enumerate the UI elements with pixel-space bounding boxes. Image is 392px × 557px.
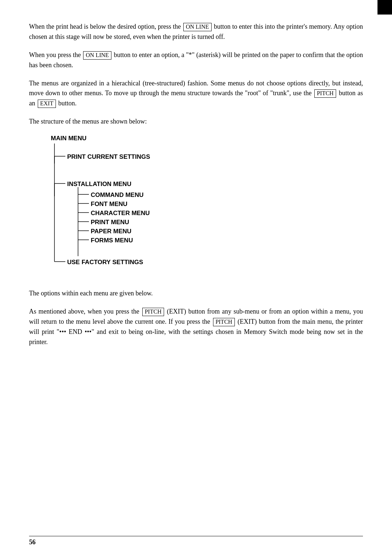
svg-text:PAPER MENU: PAPER MENU — [91, 228, 131, 235]
pitch-button-1: PITCH — [314, 89, 336, 98]
paragraph-2: When you press the ON LINE button to ent… — [29, 50, 363, 70]
p4-text: The structure of the menus are shown bel… — [29, 118, 147, 125]
exit-button-1: EXIT — [38, 100, 56, 108]
main-menu-label: MAIN MENU — [51, 135, 363, 142]
pitch-button-2: PITCH — [142, 308, 164, 316]
online-button-1: ON LINE — [183, 23, 212, 31]
paragraph-1: When the print head is below the desired… — [29, 22, 363, 42]
page-number: 56 — [29, 538, 36, 546]
svg-text:COMMAND MENU: COMMAND MENU — [91, 191, 143, 198]
svg-text:PRINT MENU: PRINT MENU — [91, 219, 129, 226]
paragraph-5: The options within each menu are given b… — [29, 288, 363, 299]
menu-tree-diagram: PRINT CURRENT SETTINGS INSTALLATION MENU… — [51, 144, 269, 278]
page: When the print head is below the desired… — [0, 0, 392, 557]
svg-text:USE FACTORY SETTINGS: USE FACTORY SETTINGS — [67, 259, 143, 266]
footer-divider — [29, 536, 363, 536]
p3-text: The menus are organized in a hierachical… — [29, 80, 363, 97]
p6-start-text: As mentioned above, when you press the — [29, 308, 139, 315]
p5-text: The options within each menu are given b… — [29, 290, 153, 297]
paragraph-3: The menus are organized in a hierachical… — [29, 78, 363, 109]
svg-text:PRINT CURRENT SETTINGS: PRINT CURRENT SETTINGS — [67, 153, 150, 160]
paragraph-6: As mentioned above, when you press the P… — [29, 307, 363, 347]
p1-text: When the print head is below the desired… — [29, 23, 181, 30]
svg-text:INSTALLATION MENU: INSTALLATION MENU — [67, 181, 131, 187]
menu-structure: MAIN MENU PRINT CURRENT SETTINGS INSTALL… — [51, 135, 363, 280]
page-footer: 56 — [29, 536, 363, 546]
svg-text:FONT MENU: FONT MENU — [91, 201, 127, 207]
p3-end-text: button. — [58, 100, 77, 107]
corner-mark — [377, 0, 392, 15]
svg-text:CHARACTER MENU: CHARACTER MENU — [91, 210, 150, 217]
p2-start-text: When you press the — [29, 51, 81, 58]
paragraph-4: The structure of the menus are shown bel… — [29, 117, 363, 127]
svg-text:FORMS MENU: FORMS MENU — [91, 237, 133, 244]
pitch-button-3: PITCH — [213, 318, 235, 326]
online-button-2: ON LINE — [83, 51, 111, 60]
